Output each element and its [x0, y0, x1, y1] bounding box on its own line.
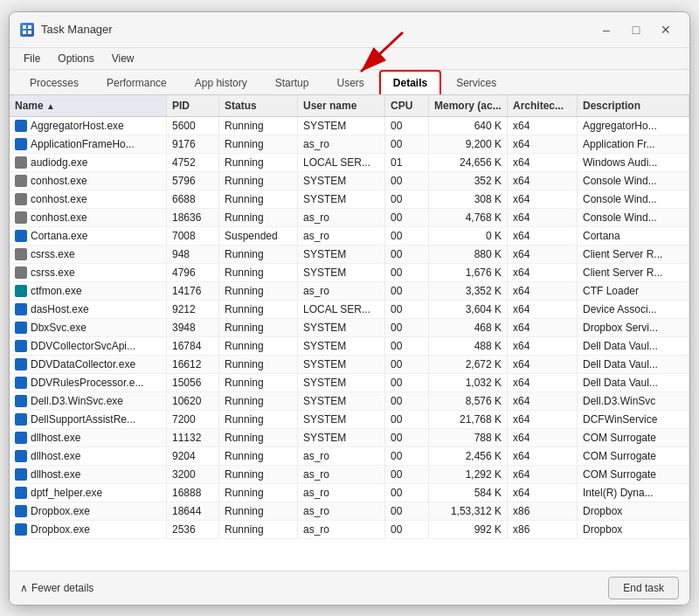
cell-memory: 640 K	[429, 117, 508, 135]
close-button[interactable]: ✕	[653, 19, 679, 40]
cell-desc: Dell Data Vaul...	[578, 356, 689, 373]
table-row[interactable]: conhost.exe 18636 Running as_ro 00 4,768…	[10, 209, 689, 227]
cell-pid: 3948	[167, 319, 219, 336]
table-row[interactable]: DDVRulesProcessor.e... 15056 Running SYS…	[10, 374, 689, 392]
cell-name: conhost.exe	[10, 190, 167, 208]
col-memory[interactable]: Memory (ac...	[429, 95, 508, 116]
cell-arch: x64	[508, 135, 578, 153]
col-username[interactable]: User name	[298, 95, 385, 116]
tab-performance[interactable]: Performance	[93, 71, 180, 94]
cell-pid: 18636	[167, 209, 219, 226]
cell-pid: 4796	[167, 264, 219, 281]
cell-cpu: 00	[385, 209, 429, 226]
table-row[interactable]: csrss.exe 948 Running SYSTEM 00 880 K x6…	[10, 246, 689, 264]
cell-pid: 15056	[167, 374, 219, 391]
cell-pid: 16612	[167, 356, 219, 373]
table-row[interactable]: DDVDataCollector.exe 16612 Running SYSTE…	[10, 356, 689, 374]
cell-memory: 2,672 K	[429, 356, 508, 373]
cell-name: Cortana.exe	[10, 227, 167, 245]
cell-status: Running	[219, 429, 298, 446]
table-row[interactable]: Dropbox.exe 2536 Running as_ro 00 992 K …	[10, 521, 689, 539]
table-row[interactable]: csrss.exe 4796 Running SYSTEM 00 1,676 K…	[10, 264, 689, 282]
cell-arch: x64	[508, 172, 578, 190]
menu-options[interactable]: Options	[51, 50, 100, 67]
menu-file[interactable]: File	[17, 50, 47, 67]
cell-arch: x64	[508, 227, 578, 245]
col-cpu[interactable]: CPU	[385, 95, 429, 116]
cell-pid: 4752	[167, 154, 219, 171]
cell-desc: Dropbox	[578, 521, 689, 538]
table-row[interactable]: dllhost.exe 11132 Running SYSTEM 00 788 …	[10, 429, 689, 447]
window-title: Task Manager	[41, 23, 113, 36]
cell-name: DDVCollectorSvcApi...	[10, 337, 167, 355]
col-desc[interactable]: Description	[578, 95, 689, 116]
cell-memory: 1,676 K	[429, 264, 508, 281]
cell-cpu: 00	[385, 521, 429, 538]
cell-status: Running	[219, 190, 298, 208]
table-row[interactable]: dasHost.exe 9212 Running LOCAL SER... 00…	[10, 301, 689, 319]
menu-view[interactable]: View	[105, 50, 142, 67]
tab-processes[interactable]: Processes	[17, 71, 92, 94]
table-row[interactable]: DbxSvc.exe 3948 Running SYSTEM 00 468 K …	[10, 319, 689, 337]
end-task-button[interactable]: End task	[608, 577, 679, 599]
cell-name: csrss.exe	[10, 264, 167, 281]
table-row[interactable]: conhost.exe 6688 Running SYSTEM 00 308 K…	[10, 190, 689, 209]
table-row[interactable]: Dropbox.exe 18644 Running as_ro 00 1,53,…	[10, 502, 689, 521]
cell-desc: DCFWinService	[578, 411, 689, 428]
cell-cpu: 00	[385, 264, 429, 281]
cell-desc: COM Surrogate	[578, 429, 689, 446]
col-status[interactable]: Status	[219, 95, 298, 116]
table-row[interactable]: dllhost.exe 3200 Running as_ro 00 1,292 …	[10, 466, 689, 484]
fewer-details-button[interactable]: ∧ Fewer details	[20, 582, 93, 594]
process-icon	[15, 248, 27, 260]
table-row[interactable]: DellSupportAssistRe... 7200 Running SYST…	[10, 411, 689, 429]
tab-users[interactable]: Users	[323, 71, 377, 94]
cell-username: SYSTEM	[298, 264, 385, 281]
tab-startup[interactable]: Startup	[262, 71, 322, 94]
minimize-button[interactable]: –	[593, 19, 619, 40]
table-row[interactable]: ApplicationFrameHo... 9176 Running as_ro…	[10, 135, 689, 154]
table-header: Name ▲ PID Status User name CPU Memory (…	[10, 95, 689, 117]
table-row[interactable]: dptf_helper.exe 16888 Running as_ro 00 5…	[10, 484, 689, 502]
table-row[interactable]: AggregatorHost.exe 5600 Running SYSTEM 0…	[10, 117, 689, 135]
cell-pid: 18644	[167, 502, 219, 520]
cell-name: DDVDataCollector.exe	[10, 356, 167, 373]
process-icon	[15, 413, 27, 426]
cell-arch: x64	[508, 337, 578, 355]
col-name[interactable]: Name ▲	[10, 95, 167, 116]
cell-cpu: 00	[385, 484, 429, 502]
svg-rect-1	[28, 25, 31, 29]
cell-memory: 2,456 K	[429, 447, 508, 465]
cell-pid: 5600	[167, 117, 219, 135]
title-bar: Task Manager – □ ✕	[10, 12, 689, 48]
cell-memory: 584 K	[429, 484, 508, 502]
cell-desc: Console Wind...	[578, 209, 689, 226]
cell-desc: Dell Data Vaul...	[578, 374, 689, 391]
cell-username: SYSTEM	[298, 117, 385, 135]
table-row[interactable]: Cortana.exe 7008 Suspended as_ro 00 0 K …	[10, 227, 689, 246]
menu-bar: File Options View	[10, 48, 689, 70]
table-row[interactable]: Dell.D3.WinSvc.exe 10620 Running SYSTEM …	[10, 392, 689, 411]
cell-name: conhost.exe	[10, 172, 167, 190]
tab-app-history[interactable]: App history	[182, 71, 260, 94]
col-pid[interactable]: PID	[167, 95, 219, 116]
process-icon	[15, 285, 27, 297]
col-arch[interactable]: Architec...	[508, 95, 578, 116]
tab-details[interactable]: Details	[379, 70, 441, 94]
table-row[interactable]: DDVCollectorSvcApi... 16784 Running SYST…	[10, 337, 689, 356]
table-row[interactable]: audiodg.exe 4752 Running LOCAL SER... 01…	[10, 154, 689, 172]
cell-memory: 788 K	[429, 429, 508, 446]
table-row[interactable]: dllhost.exe 9204 Running as_ro 00 2,456 …	[10, 447, 689, 466]
tab-services[interactable]: Services	[443, 71, 509, 94]
process-icon	[15, 377, 27, 389]
cell-cpu: 00	[385, 374, 429, 391]
cell-pid: 16888	[167, 484, 219, 502]
table-row[interactable]: ctfmon.exe 14176 Running as_ro 00 3,352 …	[10, 282, 689, 301]
cell-pid: 16784	[167, 337, 219, 355]
maximize-button[interactable]: □	[623, 19, 649, 40]
cell-cpu: 00	[385, 301, 429, 318]
cell-desc: Console Wind...	[578, 190, 689, 208]
cell-memory: 468 K	[429, 319, 508, 336]
cell-memory: 992 K	[429, 521, 508, 538]
table-row[interactable]: conhost.exe 5796 Running SYSTEM 00 352 K…	[10, 172, 689, 190]
